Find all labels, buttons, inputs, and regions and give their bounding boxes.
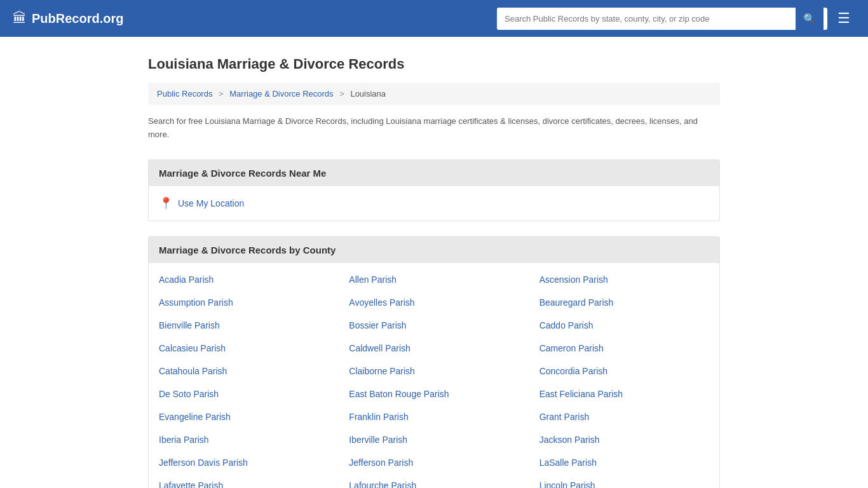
list-item: Jackson Parish [529, 428, 719, 451]
county-section: Marriage & Divorce Records by County Aca… [148, 236, 720, 488]
logo-text: PubRecord.org [32, 11, 123, 26]
county-link[interactable]: Assumption Parish [159, 297, 233, 308]
near-me-section-header: Marriage & Divorce Records Near Me [149, 160, 719, 186]
list-item: Avoyelles Parish [339, 291, 529, 314]
list-item: Lafayette Parish [149, 474, 339, 488]
list-item: Catahoula Parish [149, 360, 339, 383]
county-link[interactable]: Franklin Parish [349, 412, 408, 422]
list-item: Ascension Parish [529, 268, 719, 291]
county-link[interactable]: Acadia Parish [159, 274, 214, 285]
county-link[interactable]: Jackson Parish [539, 435, 600, 445]
county-link[interactable]: Beauregard Parish [539, 297, 614, 308]
location-pin-icon: 📍 [159, 196, 173, 210]
county-link[interactable]: Bienville Parish [159, 320, 220, 330]
county-link[interactable]: Grant Parish [539, 412, 590, 422]
county-link[interactable]: Jefferson Parish [349, 458, 413, 468]
list-item: Iberia Parish [149, 428, 339, 451]
list-item: Beauregard Parish [529, 291, 719, 314]
search-bar: 🔍 [497, 8, 827, 30]
county-link[interactable]: Iberville Parish [349, 435, 407, 445]
county-link[interactable]: Cameron Parish [539, 343, 604, 353]
county-link[interactable]: Allen Parish [349, 274, 397, 285]
list-item: Acadia Parish [149, 268, 339, 291]
list-item: Bossier Parish [339, 314, 529, 337]
county-link[interactable]: Concordia Parish [539, 366, 607, 376]
list-item: Caldwell Parish [339, 337, 529, 360]
near-me-section: Marriage & Divorce Records Near Me 📍 Use… [148, 159, 720, 221]
list-item: East Baton Rouge Parish [339, 383, 529, 405]
breadcrumb-current: Louisiana [350, 89, 386, 98]
hamburger-icon: ☰ [837, 10, 850, 26]
county-link[interactable]: LaSalle Parish [539, 458, 597, 468]
use-location-label: Use My Location [178, 198, 244, 208]
list-item: Concordia Parish [529, 360, 719, 383]
county-link[interactable]: Lafayette Parish [159, 480, 223, 488]
list-item: Bienville Parish [149, 314, 339, 337]
site-header: 🏛 PubRecord.org 🔍 ☰ [0, 0, 868, 37]
list-item: Lincoln Parish [529, 474, 719, 488]
list-item: Iberville Parish [339, 428, 529, 451]
header-actions: 🔍 ☰ [497, 8, 855, 30]
main-content: Louisiana Marriage & Divorce Records Pub… [135, 37, 733, 488]
list-item: Jefferson Davis Parish [149, 451, 339, 474]
county-link[interactable]: Lafourche Parish [349, 480, 416, 488]
county-link[interactable]: Caldwell Parish [349, 343, 410, 353]
logo-icon: 🏛 [13, 10, 27, 27]
list-item: Caddo Parish [529, 314, 719, 337]
list-item: Jefferson Parish [339, 451, 529, 474]
list-item: Claiborne Parish [339, 360, 529, 383]
county-link[interactable]: East Baton Rouge Parish [349, 389, 449, 399]
county-link[interactable]: Bossier Parish [349, 320, 406, 330]
list-item: Cameron Parish [529, 337, 719, 360]
county-link[interactable]: Catahoula Parish [159, 366, 227, 376]
use-my-location-button[interactable]: 📍 Use My Location [159, 196, 244, 210]
county-link[interactable]: East Feliciana Parish [539, 389, 623, 399]
county-link[interactable]: Calcasieu Parish [159, 343, 226, 353]
list-item: Assumption Parish [149, 291, 339, 314]
county-link[interactable]: Jefferson Davis Parish [159, 458, 248, 468]
list-item: East Feliciana Parish [529, 383, 719, 405]
page-description: Search for free Louisiana Marriage & Div… [148, 115, 720, 142]
list-item: Calcasieu Parish [149, 337, 339, 360]
near-me-body: 📍 Use My Location [149, 186, 719, 220]
county-link[interactable]: Ascension Parish [539, 274, 608, 285]
county-link[interactable]: Lincoln Parish [539, 480, 595, 488]
county-link[interactable]: Claiborne Parish [349, 366, 415, 376]
breadcrumb-separator-1: > [219, 89, 224, 98]
list-item: Franklin Parish [339, 405, 529, 428]
county-link[interactable]: De Soto Parish [159, 389, 219, 399]
breadcrumb-link-public-records[interactable]: Public Records [157, 89, 212, 98]
list-item: Lafourche Parish [339, 474, 529, 488]
breadcrumb-link-marriage-divorce[interactable]: Marriage & Divorce Records [229, 89, 333, 98]
page-title: Louisiana Marriage & Divorce Records [148, 56, 720, 72]
county-grid: Acadia ParishAllen ParishAscension Paris… [149, 263, 719, 488]
list-item: Evangeline Parish [149, 405, 339, 428]
breadcrumb-separator-2: > [339, 89, 344, 98]
search-button[interactable]: 🔍 [796, 8, 824, 30]
search-icon: 🔍 [803, 13, 816, 25]
breadcrumb: Public Records > Marriage & Divorce Reco… [148, 83, 720, 105]
search-input[interactable] [497, 9, 796, 29]
menu-button[interactable]: ☰ [832, 8, 855, 29]
county-link[interactable]: Avoyelles Parish [349, 297, 414, 308]
list-item: LaSalle Parish [529, 451, 719, 474]
list-item: Allen Parish [339, 268, 529, 291]
logo-container: 🏛 PubRecord.org [13, 10, 123, 27]
county-section-header: Marriage & Divorce Records by County [149, 237, 719, 263]
county-link[interactable]: Iberia Parish [159, 435, 209, 445]
list-item: De Soto Parish [149, 383, 339, 405]
list-item: Grant Parish [529, 405, 719, 428]
county-link[interactable]: Caddo Parish [539, 320, 593, 330]
county-link[interactable]: Evangeline Parish [159, 412, 231, 422]
